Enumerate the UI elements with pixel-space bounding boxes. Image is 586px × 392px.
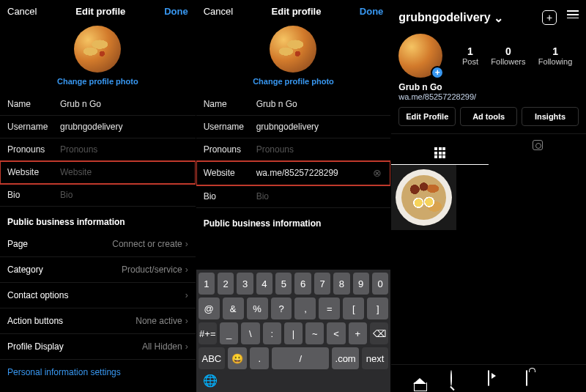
- key-9[interactable]: 9: [353, 273, 369, 295]
- name-input[interactable]: Grub n Go: [256, 99, 384, 109]
- page-title: Edit profile: [272, 6, 322, 17]
- tab-grid[interactable]: [391, 134, 489, 165]
- key-,[interactable]: ,: [294, 297, 316, 319]
- nav-shop[interactable]: [526, 371, 527, 386]
- change-photo-link[interactable]: Change profile photo: [253, 77, 334, 86]
- business-section-heading: Public business information: [0, 207, 196, 232]
- globe-icon[interactable]: 🌐: [203, 374, 218, 388]
- done-button[interactable]: Done: [164, 6, 188, 17]
- website-label: Website: [7, 167, 60, 177]
- cancel-button[interactable]: Cancel: [204, 6, 233, 17]
- key-2[interactable]: 2: [218, 273, 234, 295]
- profile-display-option[interactable]: Profile DisplayAll Hidden›: [0, 334, 196, 360]
- menu-icon[interactable]: [567, 10, 579, 25]
- username-input[interactable]: grubngodelivery: [256, 122, 384, 132]
- key-?[interactable]: ?: [271, 297, 292, 319]
- action-buttons-option[interactable]: Action buttonsNone active›: [0, 308, 196, 334]
- key-|[interactable]: |: [284, 322, 303, 344]
- website-input[interactable]: Website: [60, 167, 188, 177]
- username-input[interactable]: grubngodelivery: [60, 122, 188, 132]
- tagged-icon: [533, 140, 543, 150]
- insights-button[interactable]: Insights: [522, 107, 579, 126]
- category-option[interactable]: CategoryProduct/service›: [0, 257, 196, 283]
- key-7[interactable]: 7: [314, 273, 330, 295]
- pronouns-input[interactable]: Pronouns: [60, 144, 188, 155]
- key-_[interactable]: _: [220, 322, 238, 344]
- bio-input[interactable]: Bio: [256, 191, 384, 201]
- chevron-right-icon: ›: [185, 316, 188, 326]
- bio-link[interactable]: wa.me/85257228299/: [398, 92, 579, 101]
- key-%[interactable]: %: [247, 297, 268, 319]
- nav-reels[interactable]: [488, 371, 489, 386]
- cancel-button[interactable]: Cancel: [7, 6, 37, 17]
- name-input[interactable]: Grub n Go: [60, 99, 188, 109]
- key-[[interactable]: [: [343, 297, 364, 319]
- key-.[interactable]: .: [250, 347, 269, 369]
- add-story-badge[interactable]: +: [431, 66, 444, 79]
- contact-option[interactable]: Contact options›: [0, 283, 196, 308]
- key-3[interactable]: 3: [237, 273, 253, 295]
- key-4[interactable]: 4: [256, 273, 272, 295]
- done-button[interactable]: Done: [360, 6, 384, 17]
- page-title: Edit profile: [75, 6, 125, 17]
- post-thumbnail[interactable]: [391, 165, 456, 230]
- business-section-heading: Public business information: [196, 208, 391, 233]
- ad-tools-button[interactable]: Ad tools: [460, 107, 517, 126]
- key-#+=[interactable]: #+=: [199, 322, 217, 344]
- edit-profile-button[interactable]: Edit Profile: [398, 107, 456, 126]
- personal-info-link[interactable]: Personal information settings: [0, 360, 196, 385]
- key-+[interactable]: +: [349, 322, 367, 344]
- key-0[interactable]: 0: [372, 273, 388, 295]
- key-@[interactable]: @: [199, 297, 220, 319]
- edit-profile-filled: Cancel Edit profile Done Change profile …: [196, 0, 391, 392]
- key-1[interactable]: 1: [199, 273, 215, 295]
- keyboard: 1234567890 @&%?,=[] #+=_\:|~<+⌫ ABC😀./.c…: [196, 270, 391, 392]
- key-:[interactable]: :: [263, 322, 281, 344]
- username-label: Username: [7, 122, 60, 132]
- stat-followers[interactable]: 0Followers: [491, 45, 525, 66]
- bio-input[interactable]: Bio: [60, 190, 188, 200]
- avatar[interactable]: +: [398, 34, 442, 78]
- chevron-right-icon: ›: [185, 265, 188, 275]
- key-&[interactable]: &: [223, 297, 244, 319]
- chevron-down-icon: ⌄: [494, 11, 503, 25]
- username-label: Username: [204, 122, 256, 132]
- reels-icon: [488, 370, 489, 386]
- key-/[interactable]: /: [272, 347, 329, 369]
- profile-photo[interactable]: [74, 26, 121, 73]
- key-.com[interactable]: .com: [332, 347, 358, 369]
- bio-label: Bio: [204, 191, 256, 201]
- stat-posts[interactable]: 1Post: [462, 45, 478, 66]
- username-dropdown[interactable]: grubngodelivery⌄: [398, 11, 502, 25]
- clear-icon[interactable]: ⊗: [371, 167, 383, 179]
- search-icon: [450, 370, 452, 386]
- key-=[interactable]: =: [319, 297, 340, 319]
- key-][interactable]: ]: [367, 297, 388, 319]
- pronouns-input[interactable]: Pronouns: [256, 144, 384, 155]
- change-photo-link[interactable]: Change profile photo: [57, 77, 138, 86]
- key-😀[interactable]: 😀: [228, 347, 247, 369]
- nav-search[interactable]: [450, 371, 452, 386]
- create-icon[interactable]: +: [542, 10, 557, 25]
- key-ABC[interactable]: ABC: [199, 347, 225, 369]
- name-label: Name: [204, 99, 256, 109]
- key-5[interactable]: 5: [275, 273, 292, 295]
- key-~[interactable]: ~: [305, 322, 324, 344]
- key-8[interactable]: 8: [333, 273, 349, 295]
- page-option[interactable]: PageConnect or create›: [0, 232, 196, 257]
- key-<[interactable]: <: [327, 322, 345, 344]
- edit-profile-empty: Cancel Edit profile Done Change profile …: [0, 0, 196, 392]
- chevron-right-icon: ›: [185, 341, 188, 352]
- grid-icon: [434, 147, 445, 158]
- key-next[interactable]: next: [362, 347, 388, 369]
- profile-photo[interactable]: [270, 26, 316, 73]
- website-input[interactable]: wa.me/85257228299: [256, 168, 372, 178]
- tab-tagged[interactable]: [489, 134, 586, 165]
- chevron-right-icon: ›: [185, 290, 188, 300]
- key-⌫[interactable]: ⌫: [370, 322, 388, 344]
- key-\[interactable]: \: [241, 322, 259, 344]
- key-6[interactable]: 6: [294, 273, 311, 295]
- shop-icon: [526, 370, 527, 386]
- stat-following[interactable]: 1Following: [538, 45, 572, 66]
- profile-view: grubngodelivery⌄ + + 1Post 0Followers 1F…: [390, 0, 586, 392]
